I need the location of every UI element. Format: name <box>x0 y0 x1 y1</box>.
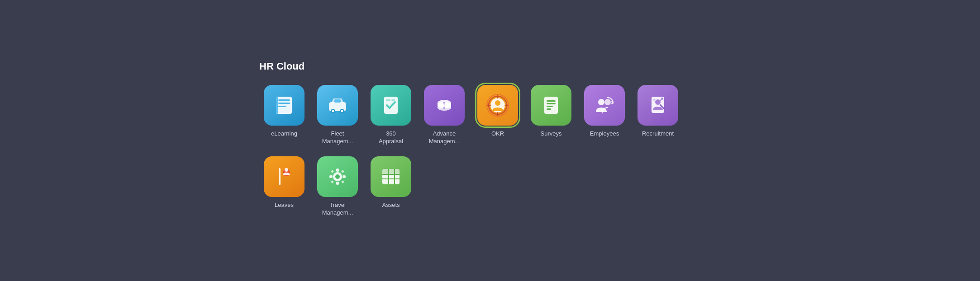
svg-point-41 <box>285 168 288 172</box>
svg-rect-10 <box>334 99 341 103</box>
app-item-leaves[interactable]: Leaves <box>259 156 309 217</box>
app-icon-leaves <box>264 156 304 197</box>
svg-rect-50 <box>331 180 334 183</box>
survey-icon <box>539 93 563 117</box>
app-icon-recruitment <box>637 85 678 126</box>
svg-rect-39 <box>279 168 281 185</box>
app-item-advance[interactable]: $ $ AdvanceManagem... <box>419 85 469 145</box>
app-item-travel[interactable]: TravelManagem... <box>313 156 362 217</box>
app-label-leaves: Leaves <box>275 201 294 209</box>
app-label-fleet: FleetManagem... <box>322 130 353 145</box>
check-icon <box>379 93 403 117</box>
app-icon-assets <box>371 156 411 197</box>
app-icon-appraisal <box>371 85 411 126</box>
svg-rect-46 <box>329 175 333 178</box>
app-label-recruitment: Recruitment <box>642 130 674 138</box>
okr-icon <box>485 93 510 117</box>
app-label-elearning: eLearning <box>271 130 297 138</box>
panel-title: HR Cloud <box>259 61 721 72</box>
svg-rect-4 <box>276 97 278 114</box>
app-item-appraisal[interactable]: 360Appraisal <box>366 85 416 145</box>
svg-rect-32 <box>547 106 553 107</box>
svg-text:$: $ <box>443 101 446 105</box>
svg-rect-51 <box>341 180 344 183</box>
svg-rect-2 <box>278 103 290 104</box>
app-label-surveys: Surveys <box>541 130 562 138</box>
svg-point-34 <box>598 99 604 105</box>
app-label-appraisal: 360Appraisal <box>379 130 403 145</box>
app-item-employees[interactable]: Employees <box>580 85 629 145</box>
svg-rect-47 <box>343 175 346 178</box>
assets-icon <box>379 164 403 189</box>
apps-grid: eLearning FleetManagem... <box>259 85 721 217</box>
svg-point-43 <box>335 174 340 179</box>
svg-point-7 <box>332 110 334 112</box>
app-item-assets[interactable]: Assets <box>366 156 416 217</box>
svg-rect-3 <box>278 106 286 107</box>
svg-text:$: $ <box>443 106 446 110</box>
svg-point-37 <box>655 99 661 105</box>
app-icon-fleet <box>317 85 358 126</box>
app-label-assets: Assets <box>382 201 400 209</box>
svg-rect-12 <box>386 99 390 101</box>
app-item-fleet[interactable]: FleetManagem... <box>313 85 362 145</box>
svg-rect-33 <box>547 108 551 110</box>
svg-point-35 <box>604 99 611 105</box>
app-item-surveys[interactable]: Surveys <box>526 85 576 145</box>
travel-icon <box>325 164 350 189</box>
app-icon-employees <box>584 85 625 126</box>
svg-rect-48 <box>331 170 334 173</box>
app-icon-elearning <box>264 85 304 126</box>
app-label-employees: Employees <box>590 130 619 138</box>
app-item-okr[interactable]: OKR <box>473 85 523 145</box>
app-label-travel: TravelManagem... <box>322 201 353 217</box>
app-icon-surveys <box>531 85 571 126</box>
app-item-recruitment[interactable]: Recruitment <box>633 85 683 145</box>
app-item-elearning[interactable]: eLearning <box>259 85 309 145</box>
app-icon-okr <box>477 85 518 126</box>
app-label-advance: AdvanceManagem... <box>429 130 460 145</box>
employees-icon <box>592 93 617 117</box>
svg-rect-29 <box>544 97 558 114</box>
svg-point-9 <box>341 110 343 112</box>
svg-rect-57 <box>382 169 400 174</box>
svg-rect-49 <box>341 170 344 173</box>
recruitment-icon <box>646 93 670 117</box>
svg-rect-45 <box>336 182 339 185</box>
coins-icon: $ $ <box>432 93 457 117</box>
svg-rect-38 <box>653 99 656 101</box>
svg-rect-44 <box>336 169 339 172</box>
svg-rect-31 <box>547 103 556 104</box>
svg-rect-13 <box>391 99 395 101</box>
svg-point-22 <box>495 100 500 106</box>
leaves-icon <box>272 164 296 189</box>
svg-rect-0 <box>276 97 292 114</box>
app-icon-travel <box>317 156 358 197</box>
svg-rect-30 <box>547 100 556 102</box>
hr-cloud-panel: HR Cloud eLearning <box>241 46 739 235</box>
app-icon-advance: $ $ <box>424 85 465 126</box>
book-icon <box>272 93 296 117</box>
car-icon <box>325 93 350 117</box>
svg-rect-1 <box>278 99 290 101</box>
app-label-okr: OKR <box>491 130 504 138</box>
